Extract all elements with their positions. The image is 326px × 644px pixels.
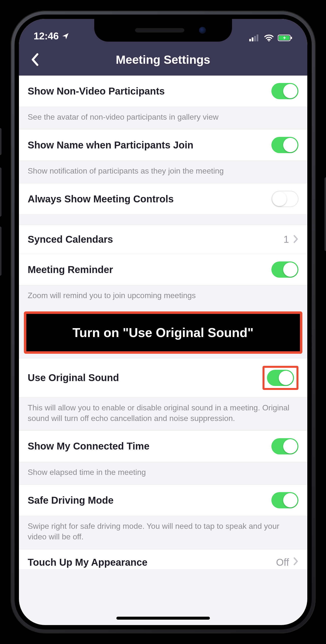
row-label: Always Show Meeting Controls [28, 194, 271, 204]
toggle-show-non-video[interactable] [271, 83, 299, 99]
back-button[interactable] [25, 50, 44, 70]
row-label: Show Non-Video Participants [28, 86, 271, 97]
row-label: Safe Driving Mode [28, 495, 271, 506]
row-desc: Zoom will remind you to join upcoming me… [19, 285, 307, 308]
notch [94, 19, 232, 42]
battery-charging-icon [278, 34, 293, 42]
toggle-use-original-sound[interactable] [267, 370, 294, 386]
home-indicator[interactable] [116, 617, 210, 620]
row-safe-driving-mode[interactable]: Safe Driving Mode [19, 485, 307, 516]
mute-switch [0, 128, 1, 155]
toggle-always-show-controls[interactable] [271, 191, 299, 207]
row-label: Use Original Sound [28, 372, 263, 383]
settings-list[interactable]: Show Non-Video Participants See the avat… [19, 76, 307, 569]
svg-rect-0 [249, 39, 251, 41]
row-show-non-video[interactable]: Show Non-Video Participants [19, 76, 307, 107]
phone-frame: 12:46 [0, 0, 326, 644]
nav-bar: Meeting Settings [19, 44, 307, 76]
volume-up-button [0, 168, 1, 217]
row-synced-calendars[interactable]: Synced Calendars 1 [19, 225, 307, 254]
section-gap [19, 215, 307, 225]
row-always-show-controls[interactable]: Always Show Meeting Controls [19, 184, 307, 215]
row-label: Meeting Reminder [28, 264, 271, 275]
row-desc: See the avatar of non-video participants… [19, 107, 307, 130]
earpiece-speaker [135, 28, 184, 32]
volume-down-button [0, 226, 1, 276]
phone-bezel: 12:46 [14, 14, 312, 630]
status-time: 12:46 [34, 30, 59, 42]
row-value: Off [276, 557, 289, 568]
power-button [325, 177, 326, 251]
screen: 12:46 [19, 19, 307, 625]
cellular-signal-icon [249, 34, 260, 41]
wifi-icon [264, 34, 274, 42]
row-show-connected-time[interactable]: Show My Connected Time [19, 431, 307, 462]
row-label: Show My Connected Time [28, 441, 271, 452]
row-use-original-sound[interactable]: Use Original Sound [19, 358, 307, 398]
phone-body: 12:46 [10, 10, 316, 634]
row-label: Show Name when Participants Join [28, 140, 271, 151]
toggle-show-name-join[interactable] [271, 137, 299, 153]
annotation-callout: Turn on "Use Original Sound" [24, 312, 302, 354]
svg-point-4 [268, 40, 269, 41]
row-meeting-reminder[interactable]: Meeting Reminder [19, 254, 307, 285]
row-label: Touch Up My Appearance [28, 557, 276, 568]
front-camera [199, 27, 206, 34]
row-desc: Swipe right for safe driving mode. You w… [19, 516, 307, 549]
row-touch-up-appearance[interactable]: Touch Up My Appearance Off [19, 550, 307, 569]
toggle-show-connected-time[interactable] [271, 438, 299, 454]
toggle-meeting-reminder[interactable] [271, 262, 299, 278]
row-desc: This will allow you to enable or disable… [19, 398, 307, 431]
row-value: 1 [284, 234, 289, 245]
chevron-right-icon [293, 234, 299, 244]
location-arrow-icon [62, 32, 69, 40]
svg-rect-1 [252, 38, 253, 41]
svg-rect-6 [291, 37, 292, 39]
row-show-name-join[interactable]: Show Name when Participants Join [19, 130, 307, 161]
page-title: Meeting Settings [19, 53, 307, 66]
svg-rect-2 [254, 36, 256, 41]
svg-rect-3 [257, 34, 258, 41]
chevron-right-icon [293, 557, 299, 567]
row-desc: Show notification of participants as the… [19, 161, 307, 184]
row-desc: Show elapsed time in the meeting [19, 462, 307, 485]
annotation-highlight-box [263, 366, 299, 390]
chevron-left-icon [30, 53, 39, 66]
toggle-safe-driving-mode[interactable] [271, 492, 299, 508]
row-label: Synced Calendars [28, 234, 284, 245]
